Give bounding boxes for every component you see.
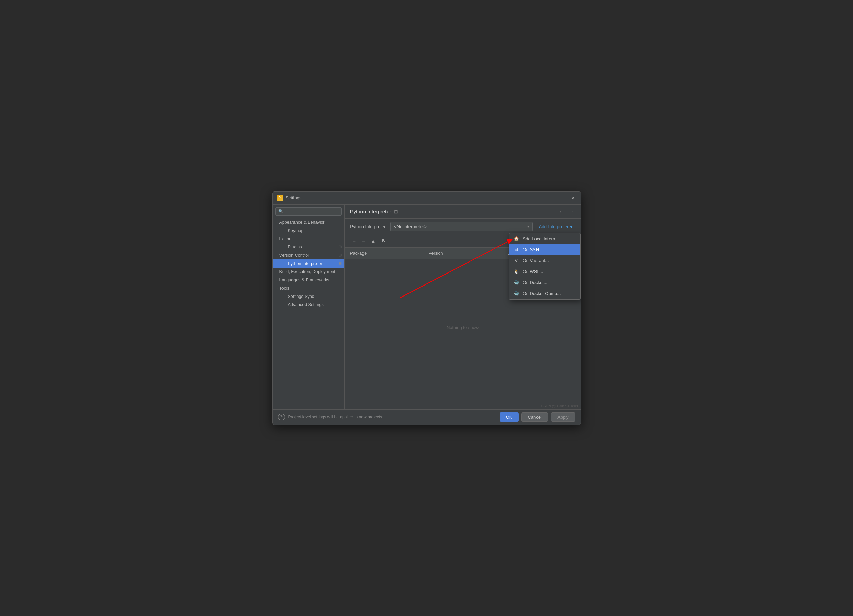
content-title: Python Interpreter — [350, 209, 391, 214]
sidebar-item-label: Keymap — [288, 228, 304, 233]
settings-dialog: P Settings × ›Appearance & BehaviorKeyma… — [272, 191, 581, 425]
expand-arrow-icon: › — [277, 221, 278, 224]
settings-indicator-icon: ⊞ — [338, 245, 342, 249]
close-button[interactable]: × — [570, 194, 577, 202]
expand-arrow-icon: › — [277, 287, 278, 290]
col-version-header: Version — [423, 249, 502, 257]
sidebar-item-label: Plugins — [288, 245, 302, 249]
add-local-icon: 🏠 — [513, 236, 519, 242]
interpreter-dropdown[interactable]: <No interpreter> ▾ — [390, 222, 533, 231]
sidebar-item-label: Settings Sync — [288, 294, 314, 299]
dropdown-item-add-local[interactable]: 🏠Add Local Interp... — [509, 234, 580, 244]
add-package-button[interactable]: + — [350, 237, 358, 245]
on-docker-icon: 🐳 — [513, 280, 519, 286]
sidebar-item-advanced-settings[interactable]: Advanced Settings — [273, 300, 344, 309]
sidebar-item-label: Tools — [279, 286, 289, 291]
dropdown-item-label: Add Local Interp... — [523, 236, 559, 241]
dropdown-item-on-vagrant[interactable]: VOn Vagrant... — [509, 255, 580, 266]
add-interpreter-chevron-icon: ▾ — [570, 224, 572, 229]
col-package-header: Package — [345, 249, 423, 257]
on-docker-comp-icon: 🐳 — [513, 291, 519, 297]
dropdown-item-on-docker-comp[interactable]: 🐳On Docker Comp... — [509, 288, 580, 299]
watermark: CSDN @LCrush201809 — [541, 404, 578, 408]
sidebar-item-plugins[interactable]: Plugins⊞ — [273, 243, 344, 251]
dropdown-item-label: On Docker... — [523, 280, 548, 285]
forward-button[interactable]: → — [567, 208, 575, 215]
sidebar-item-tools[interactable]: ›Tools — [273, 284, 344, 292]
sidebar-item-python-interpreter[interactable]: Python Interpreter⊞ — [273, 259, 344, 268]
on-wsl-icon: 🐧 — [513, 269, 519, 275]
content-panel: Python Interpreter ⊞ ← → Python Interpre… — [345, 205, 581, 410]
interpreter-value: <No interpreter> — [394, 224, 426, 229]
cancel-button[interactable]: Cancel — [521, 413, 548, 422]
expand-arrow-icon: › — [277, 278, 278, 282]
help-button[interactable]: ? — [278, 414, 285, 420]
help-text: Project-level settings will be applied t… — [288, 414, 382, 419]
sidebar-item-label: Build, Execution, Deployment — [279, 269, 335, 274]
expand-arrow-icon: › — [277, 237, 278, 241]
remove-package-button[interactable]: − — [360, 237, 368, 245]
sidebar-item-label: Appearance & Behavior — [279, 220, 325, 225]
help-row: ? Project-level settings will be applied… — [278, 414, 382, 420]
sidebar-item-appearance[interactable]: ›Appearance & Behavior — [273, 218, 344, 226]
ok-button[interactable]: OK — [500, 413, 519, 422]
nav-arrows: ← → — [557, 208, 575, 215]
settings-indicator-icon: ⊞ — [338, 261, 342, 266]
apply-button[interactable]: Apply — [551, 413, 575, 422]
content-title-row: Python Interpreter ⊞ — [350, 209, 398, 214]
sidebar-items: ›Appearance & BehaviorKeymap›EditorPlugi… — [273, 218, 344, 309]
sidebar-item-build-execution[interactable]: ›Build, Execution, Deployment — [273, 268, 344, 276]
on-vagrant-icon: V — [513, 258, 519, 264]
sidebar-item-languages[interactable]: ›Languages & Frameworks — [273, 276, 344, 284]
sidebar-item-label: Advanced Settings — [288, 302, 324, 307]
sidebar-item-label: Version Control — [279, 253, 308, 258]
sidebar-item-label: Languages & Frameworks — [279, 278, 329, 282]
action-buttons: OK Cancel Apply — [500, 413, 575, 422]
dropdown-item-label: On WSL... — [523, 269, 543, 274]
up-button[interactable]: ▲ — [369, 237, 378, 245]
dropdown-item-label: On Docker Comp... — [523, 291, 561, 296]
sidebar-item-editor[interactable]: ›Editor — [273, 235, 344, 243]
expand-arrow-icon: › — [277, 253, 278, 257]
sidebar-item-version-control[interactable]: ›Version Control⊞ — [273, 251, 344, 259]
dialog-title: Settings — [285, 195, 567, 200]
dropdown-arrow-icon: ▾ — [527, 225, 529, 229]
settings-icon: ⊞ — [394, 209, 398, 214]
settings-indicator-icon: ⊞ — [338, 253, 342, 257]
bottom-bar: ? Project-level settings will be applied… — [273, 410, 581, 425]
sidebar-item-settings-sync[interactable]: Settings Sync — [273, 292, 344, 300]
sidebar: ›Appearance & BehaviorKeymap›EditorPlugi… — [273, 205, 345, 410]
sidebar-item-keymap[interactable]: Keymap — [273, 226, 344, 235]
title-bar: P Settings × — [273, 192, 581, 205]
on-ssh-icon: 🖥 — [513, 247, 519, 253]
dropdown-item-label: On Vagrant... — [523, 258, 549, 263]
back-button[interactable]: ← — [557, 208, 566, 215]
search-input[interactable] — [275, 207, 342, 215]
sidebar-item-label: Editor — [279, 237, 291, 241]
dropdown-item-on-wsl[interactable]: 🐧On WSL... — [509, 266, 580, 277]
add-interpreter-dropdown-menu: 🏠Add Local Interp...🖥On SSH...VOn Vagran… — [509, 233, 581, 300]
dropdown-item-on-ssh[interactable]: 🖥On SSH... — [509, 244, 580, 255]
expand-arrow-icon: › — [277, 270, 278, 273]
interpreter-row: Python Interpreter: <No interpreter> ▾ A… — [345, 218, 581, 235]
dropdown-item-label: On SSH... — [523, 247, 543, 252]
app-icon: P — [277, 195, 283, 201]
show-all-button[interactable]: 👁 — [379, 237, 387, 245]
main-area: ›Appearance & BehaviorKeymap›EditorPlugi… — [273, 205, 581, 410]
content-header: Python Interpreter ⊞ ← → — [345, 205, 581, 218]
interpreter-label: Python Interpreter: — [350, 224, 387, 229]
add-interpreter-button[interactable]: Add Interpreter ▾ — [536, 222, 575, 231]
sidebar-item-label: Python Interpreter — [288, 261, 322, 266]
search-box — [273, 205, 344, 218]
add-interpreter-label: Add Interpreter — [539, 224, 569, 229]
dropdown-item-on-docker[interactable]: 🐳On Docker... — [509, 277, 580, 288]
